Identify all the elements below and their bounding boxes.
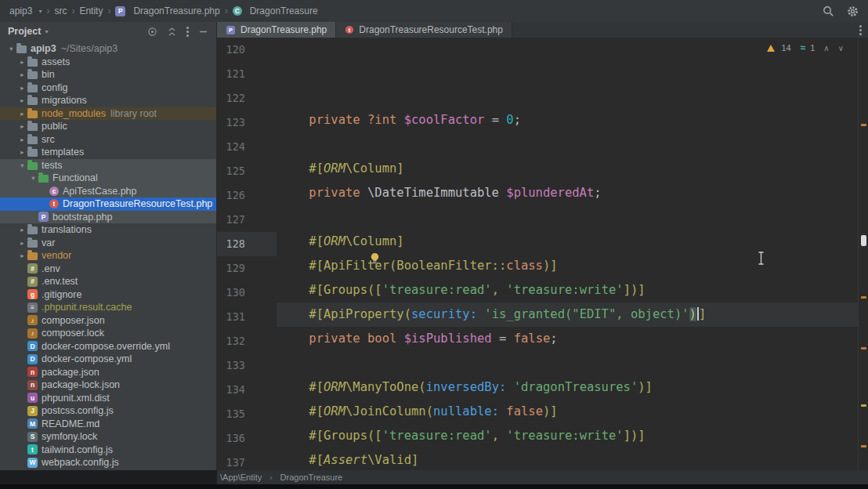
tree-item-src[interactable]: ▸src <box>0 133 216 147</box>
tab-DragonTreasure.php[interactable]: PDragonTreasure.php <box>217 22 336 38</box>
intention-lightbulb-icon[interactable] <box>282 238 380 281</box>
breadcrumb-item-src[interactable]: src <box>54 5 67 16</box>
chevron-expanded-icon[interactable]: ▾ <box>17 161 27 169</box>
chevron-collapsed-icon[interactable]: ▸ <box>17 71 27 78</box>
tree-item-.env.test[interactable]: #.env.test <box>0 275 216 288</box>
tree-item-config[interactable]: ▸config <box>0 82 216 95</box>
tree-item-tailwind.config.js[interactable]: ttailwind.config.js <box>0 444 216 457</box>
collapse-all-icon[interactable] <box>167 27 177 37</box>
tree-item-docker-compose.override.yml[interactable]: Ddocker-compose.override.yml <box>0 340 216 353</box>
more-options-icon[interactable] <box>186 27 189 37</box>
tree-item-.env[interactable]: #.env <box>0 263 216 276</box>
breadcrumb-item-apip3[interactable]: apip3▾ <box>9 5 42 16</box>
code-line-128[interactable]: #[ApiProperty(security: 'is_granted("EDI… <box>277 302 858 327</box>
tree-item-symfony.lock[interactable]: Ssymfony.lock <box>0 430 216 444</box>
code-line-129[interactable]: private bool $isPublished = false; <box>277 327 858 351</box>
tab-options-kebab-icon[interactable] <box>853 22 868 38</box>
chevron-collapsed-icon[interactable]: ▸ <box>17 239 27 247</box>
code-line-121[interactable] <box>277 132 858 157</box>
tree-item-tests[interactable]: ▾tests <box>0 159 216 172</box>
code-line-132[interactable]: #[ORM\JoinColumn(nullable: false)] <box>277 400 858 424</box>
tree-item-bin[interactable]: ▸bin <box>0 68 216 82</box>
line-number-124[interactable]: 124 <box>217 135 277 159</box>
line-number-129[interactable]: 129 <box>217 256 277 281</box>
code-line-120[interactable]: private ?int $coolFactor = 0; <box>277 108 858 132</box>
breadcrumb-item-Entity[interactable]: Entity <box>79 5 103 16</box>
tree-item-Functional[interactable]: ▾Functional <box>0 172 216 185</box>
code-line-133[interactable]: #[Groups(['treasure:read', 'treasure:wri… <box>277 424 858 448</box>
chevron-expanded-icon[interactable]: ▾ <box>6 45 16 53</box>
tree-item-migrations[interactable]: ▸migrations <box>0 94 216 107</box>
code-line-122[interactable]: #[ORM\Column] <box>277 157 858 181</box>
tab-DragonTreasureResourceTest.php[interactable]: tDragonTreasureResourceTest.php <box>336 22 512 38</box>
status-package-path[interactable]: \App\Entity <box>217 473 265 482</box>
chevron-collapsed-icon[interactable]: ▸ <box>17 252 27 259</box>
code-line-127[interactable]: #[Groups(['treasure:read', 'treasure:wri… <box>277 278 858 302</box>
tree-item-ApiTestCase.php[interactable]: cApiTestCase.php <box>0 185 216 198</box>
chevron-collapsed-icon[interactable]: ▸ <box>17 148 27 156</box>
line-number-125[interactable]: 125 <box>217 159 277 183</box>
line-number-133[interactable]: 133 <box>217 353 277 378</box>
line-number-131[interactable]: 131 <box>217 305 277 329</box>
line-number-136[interactable]: 136 <box>217 426 277 451</box>
line-number-137[interactable]: 137 <box>217 451 277 470</box>
tree-item-package.json[interactable]: npackage.json <box>0 366 216 379</box>
chevron-down-icon[interactable]: ▾ <box>45 28 48 35</box>
hide-panel-icon[interactable] <box>198 27 208 37</box>
prev-problem-arrow-icon[interactable]: ∧ <box>823 44 829 53</box>
locate-file-icon[interactable] <box>147 27 157 37</box>
tree-item-translations[interactable]: ▸translations <box>0 223 216 237</box>
tree-item-composer.lock[interactable]: ♪composer.lock <box>0 327 216 340</box>
line-number-123[interactable]: 123 <box>217 110 277 135</box>
code-line-124[interactable] <box>277 205 858 230</box>
line-number-134[interactable]: 134 <box>217 378 277 402</box>
chevron-collapsed-icon[interactable]: ▸ <box>17 58 27 66</box>
line-number-127[interactable]: 127 <box>217 208 277 232</box>
project-panel-title[interactable]: Project <box>8 26 41 37</box>
tree-item-composer.json[interactable]: ♪composer.json <box>0 314 216 328</box>
tree-item-.phpunit.result.cache[interactable]: ≡.phpunit.result.cache <box>0 301 216 314</box>
search-icon[interactable] <box>823 5 834 17</box>
code-area[interactable]: 14 ≈ 1 ∧ ∨ private ?int $coolFactor = 0;… <box>277 38 858 470</box>
line-number-132[interactable]: 132 <box>217 329 277 353</box>
tree-item-vendor[interactable]: ▸vendor <box>0 249 216 263</box>
line-number-135[interactable]: 135 <box>217 402 277 426</box>
tree-item-webpack.config.js[interactable]: Wwebpack.config.js <box>0 456 216 469</box>
error-stripe-scrollbar[interactable] <box>858 38 868 470</box>
tree-item-DragonTreasureResourceTest.php[interactable]: tDragonTreasureResourceTest.php <box>0 197 216 211</box>
chevron-collapsed-icon[interactable]: ▸ <box>17 122 27 130</box>
chevron-collapsed-icon[interactable]: ▸ <box>17 96 27 104</box>
code-line-134[interactable]: #[Assert\Valid] <box>277 448 858 470</box>
line-number-128[interactable]: 128 <box>217 232 277 256</box>
tree-item-docker-compose.yml[interactable]: Ddocker-compose.yml <box>0 353 216 366</box>
code-line-123[interactable]: private \DateTimeImmutable $plunderedAt; <box>277 181 858 205</box>
chevron-collapsed-icon[interactable]: ▸ <box>17 136 27 143</box>
tree-item-apip3[interactable]: ▾apip3~/Sites/apip3 <box>0 42 216 56</box>
tree-item-postcss.config.js[interactable]: Jpostcss.config.js <box>0 404 216 418</box>
tree-item-phpunit.xml.dist[interactable]: uphpunit.xml.dist <box>0 392 216 405</box>
line-number-130[interactable]: 130 <box>217 281 277 305</box>
line-number-121[interactable]: 121 <box>217 62 277 86</box>
line-number-122[interactable]: 122 <box>217 86 277 110</box>
tree-item-templates[interactable]: ▸templates <box>0 146 216 159</box>
tree-item-.gitignore[interactable]: g.gitignore <box>0 288 216 302</box>
tree-item-package-lock.json[interactable]: npackage-lock.json <box>0 379 216 392</box>
tree-item-var[interactable]: ▸var <box>0 237 216 250</box>
status-class-name[interactable]: DragonTreasure <box>277 473 346 482</box>
tree-item-bootstrap.php[interactable]: Pbootstrap.php <box>0 211 216 224</box>
line-number-120[interactable]: 120 <box>217 38 277 62</box>
chevron-collapsed-icon[interactable]: ▸ <box>17 84 27 92</box>
breadcrumb-item-DragonTreasure.php[interactable]: PDragonTreasure.php <box>115 5 219 16</box>
tree-item-node_modules[interactable]: ▸node_moduleslibrary root <box>0 107 216 121</box>
tree-item-assets[interactable]: ▸assets <box>0 56 216 69</box>
inspections-widget[interactable]: 14 ≈ 1 ∧ ∨ <box>767 42 844 53</box>
code-line-131[interactable]: #[ORM\ManyToOne(inversedBy: 'dragonTreas… <box>277 375 858 400</box>
line-number-126[interactable]: 126 <box>217 183 277 208</box>
chevron-expanded-icon[interactable]: ▾ <box>28 174 38 182</box>
breadcrumb-item-DragonTreasure[interactable]: CDragonTreasure <box>233 5 318 16</box>
tree-item-README.md[interactable]: MREADME.md <box>0 418 216 431</box>
code-line-130[interactable] <box>277 351 858 375</box>
chevron-collapsed-icon[interactable]: ▸ <box>17 226 27 234</box>
chevron-collapsed-icon[interactable]: ▸ <box>17 110 27 118</box>
tree-item-public[interactable]: ▸public <box>0 120 216 133</box>
